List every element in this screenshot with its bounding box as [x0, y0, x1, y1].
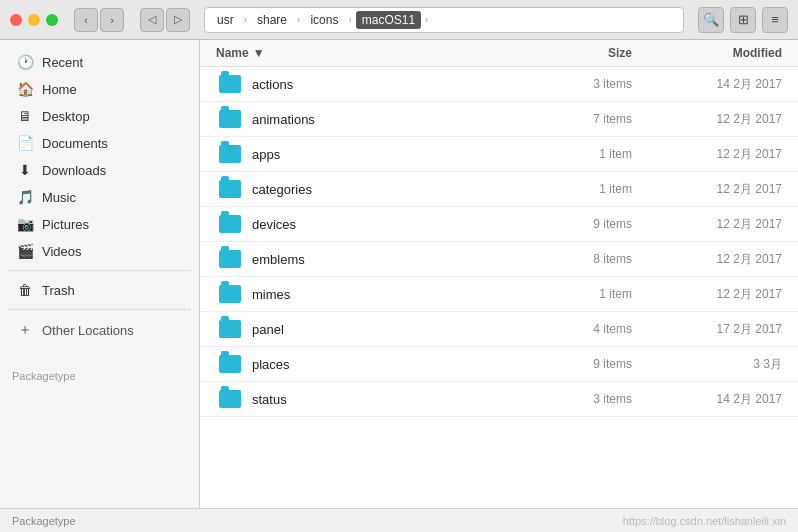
sidebar-divider-2	[8, 309, 191, 310]
sidebar-label-pictures: Pictures	[42, 217, 183, 232]
table-row[interactable]: panel 4 items 17 2月 2017	[200, 312, 798, 347]
sidebar-label-videos: Videos	[42, 244, 183, 259]
col-name-label: Name	[216, 46, 249, 60]
col-size-header[interactable]: Size	[552, 46, 652, 60]
table-row[interactable]: actions 3 items 14 2月 2017	[200, 67, 798, 102]
nav-history: ◁ ▷	[140, 8, 190, 32]
sidebar-label-desktop: Desktop	[42, 109, 183, 124]
path-segment-icons[interactable]: icons	[304, 11, 344, 29]
file-modified: 12 2月 2017	[652, 251, 782, 268]
sidebar-label-home: Home	[42, 82, 183, 97]
sidebar-item-documents[interactable]: 📄 Documents	[4, 130, 195, 156]
folder-icon	[216, 318, 244, 340]
col-size-label: Size	[608, 46, 632, 60]
file-name: apps	[252, 147, 552, 162]
titlebar-right: 🔍 ⊞ ≡	[698, 7, 788, 33]
sidebar-item-home[interactable]: 🏠 Home	[4, 76, 195, 102]
col-name-header[interactable]: Name ▼	[216, 46, 552, 60]
path-chevron-2: ›	[297, 14, 300, 25]
file-size: 7 items	[552, 112, 652, 126]
minimize-button[interactable]	[28, 14, 40, 26]
table-row[interactable]: status 3 items 14 2月 2017	[200, 382, 798, 417]
path-segment-usr[interactable]: usr	[211, 11, 240, 29]
sidebar-item-other-locations[interactable]: ＋ Other Locations	[4, 316, 195, 344]
sidebar: 🕐 Recent 🏠 Home 🖥 Desktop 📄 Documents ⬇ …	[0, 40, 200, 508]
file-modified: 12 2月 2017	[652, 286, 782, 303]
file-modified: 3 3月	[652, 356, 782, 373]
file-name: categories	[252, 182, 552, 197]
music-icon: 🎵	[16, 189, 34, 205]
file-size: 3 items	[552, 392, 652, 406]
table-row[interactable]: apps 1 item 12 2月 2017	[200, 137, 798, 172]
forward-button[interactable]: ›	[100, 8, 124, 32]
search-button[interactable]: 🔍	[698, 7, 724, 33]
sidebar-footer: Packagetype	[0, 364, 199, 388]
file-size: 3 items	[552, 77, 652, 91]
watermark-text: https://blog.csdn.net/lishanleili xin	[623, 515, 786, 527]
path-bar: usr › share › icons › macOS11 ›	[204, 7, 684, 33]
statusbar-package-label: Packagetype	[12, 515, 76, 527]
table-row[interactable]: mimes 1 item 12 2月 2017	[200, 277, 798, 312]
folder-icon	[216, 73, 244, 95]
trash-icon: 🗑	[16, 282, 34, 298]
sidebar-item-videos[interactable]: 🎬 Videos	[4, 238, 195, 264]
history-forward-button[interactable]: ▷	[166, 8, 190, 32]
history-back-button[interactable]: ◁	[140, 8, 164, 32]
path-segment-active[interactable]: macOS11	[356, 11, 421, 29]
file-size: 1 item	[552, 287, 652, 301]
file-modified: 14 2月 2017	[652, 76, 782, 93]
desktop-icon: 🖥	[16, 108, 34, 124]
sidebar-label-downloads: Downloads	[42, 163, 183, 178]
file-name: actions	[252, 77, 552, 92]
main-area: 🕐 Recent 🏠 Home 🖥 Desktop 📄 Documents ⬇ …	[0, 40, 798, 508]
table-row[interactable]: categories 1 item 12 2月 2017	[200, 172, 798, 207]
folder-icon	[216, 248, 244, 270]
path-chevron-4: ›	[425, 14, 428, 25]
maximize-button[interactable]	[46, 14, 58, 26]
sidebar-item-recent[interactable]: 🕐 Recent	[4, 49, 195, 75]
videos-icon: 🎬	[16, 243, 34, 259]
folder-icon	[216, 108, 244, 130]
titlebar: ‹ › ◁ ▷ usr › share › icons › macOS11 › …	[0, 0, 798, 40]
file-name: mimes	[252, 287, 552, 302]
sidebar-item-downloads[interactable]: ⬇ Downloads	[4, 157, 195, 183]
sidebar-divider	[8, 270, 191, 271]
folder-icon	[216, 388, 244, 410]
file-name: emblems	[252, 252, 552, 267]
file-modified: 12 2月 2017	[652, 146, 782, 163]
sidebar-item-pictures[interactable]: 📷 Pictures	[4, 211, 195, 237]
menu-button[interactable]: ≡	[762, 7, 788, 33]
view-grid-button[interactable]: ⊞	[730, 7, 756, 33]
file-size: 8 items	[552, 252, 652, 266]
table-row[interactable]: animations 7 items 12 2月 2017	[200, 102, 798, 137]
table-row[interactable]: devices 9 items 12 2月 2017	[200, 207, 798, 242]
folder-icon	[216, 143, 244, 165]
file-size: 9 items	[552, 357, 652, 371]
add-icon: ＋	[16, 321, 34, 339]
file-list: actions 3 items 14 2月 2017 animations 7 …	[200, 67, 798, 508]
file-modified: 12 2月 2017	[652, 216, 782, 233]
documents-icon: 📄	[16, 135, 34, 151]
sidebar-item-desktop[interactable]: 🖥 Desktop	[4, 103, 195, 129]
col-modified-header[interactable]: Modified	[652, 46, 782, 60]
back-button[interactable]: ‹	[74, 8, 98, 32]
folder-icon	[216, 178, 244, 200]
downloads-icon: ⬇	[16, 162, 34, 178]
file-modified: 12 2月 2017	[652, 111, 782, 128]
sidebar-item-music[interactable]: 🎵 Music	[4, 184, 195, 210]
file-name: status	[252, 392, 552, 407]
sort-arrow-icon: ▼	[253, 46, 265, 60]
sidebar-label-other-locations: Other Locations	[42, 323, 183, 338]
table-row[interactable]: emblems 8 items 12 2月 2017	[200, 242, 798, 277]
file-name: devices	[252, 217, 552, 232]
file-name: panel	[252, 322, 552, 337]
sidebar-item-trash[interactable]: 🗑 Trash	[4, 277, 195, 303]
path-chevron-3: ›	[348, 14, 351, 25]
path-segment-share[interactable]: share	[251, 11, 293, 29]
file-modified: 14 2月 2017	[652, 391, 782, 408]
folder-icon	[216, 213, 244, 235]
table-row[interactable]: places 9 items 3 3月	[200, 347, 798, 382]
col-modified-label: Modified	[733, 46, 782, 60]
recent-icon: 🕐	[16, 54, 34, 70]
close-button[interactable]	[10, 14, 22, 26]
